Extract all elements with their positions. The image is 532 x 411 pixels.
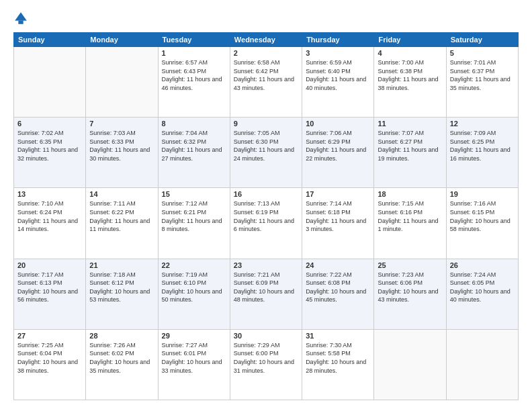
calendar-cell: 23Sunrise: 7:21 AM Sunset: 6:09 PM Dayli… [230, 259, 302, 329]
day-info: Sunrise: 7:16 AM Sunset: 6:15 PM Dayligh… [450, 199, 515, 233]
day-info: Sunrise: 6:59 AM Sunset: 6:40 PM Dayligh… [306, 58, 370, 92]
calendar-cell: 30Sunrise: 7:29 AM Sunset: 6:00 PM Dayli… [230, 329, 302, 400]
day-info: Sunrise: 7:05 AM Sunset: 6:30 PM Dayligh… [234, 129, 298, 163]
day-info: Sunrise: 7:17 AM Sunset: 6:13 PM Dayligh… [17, 271, 82, 304]
calendar-cell: 13Sunrise: 7:10 AM Sunset: 6:24 PM Dayli… [14, 188, 86, 259]
calendar-cell: 9Sunrise: 7:05 AM Sunset: 6:30 PM Daylig… [230, 118, 302, 188]
day-number: 5 [450, 49, 515, 57]
calendar-cell: 17Sunrise: 7:14 AM Sunset: 6:18 PM Dayli… [302, 188, 374, 259]
calendar-cell: 15Sunrise: 7:12 AM Sunset: 6:21 PM Dayli… [158, 188, 230, 259]
calendar-week-row: 1Sunrise: 6:57 AM Sunset: 6:43 PM Daylig… [14, 47, 519, 118]
calendar-cell: 25Sunrise: 7:23 AM Sunset: 6:06 PM Dayli… [374, 259, 446, 329]
weekday-header: Friday [374, 33, 446, 47]
calendar-week-row: 20Sunrise: 7:17 AM Sunset: 6:13 PM Dayli… [14, 259, 519, 329]
header [13, 11, 519, 26]
calendar-cell [86, 47, 158, 118]
day-info: Sunrise: 7:15 AM Sunset: 6:16 PM Dayligh… [378, 199, 442, 233]
calendar-week-row: 27Sunrise: 7:25 AM Sunset: 6:04 PM Dayli… [14, 329, 519, 400]
calendar-cell: 27Sunrise: 7:25 AM Sunset: 6:04 PM Dayli… [14, 329, 86, 400]
calendar-cell: 8Sunrise: 7:04 AM Sunset: 6:32 PM Daylig… [158, 118, 230, 188]
day-info: Sunrise: 7:14 AM Sunset: 6:18 PM Dayligh… [306, 199, 370, 233]
day-number: 8 [162, 120, 226, 128]
day-number: 1 [162, 49, 226, 57]
day-info: Sunrise: 7:09 AM Sunset: 6:25 PM Dayligh… [450, 129, 515, 163]
calendar-cell: 11Sunrise: 7:07 AM Sunset: 6:27 PM Dayli… [374, 118, 446, 188]
day-info: Sunrise: 7:06 AM Sunset: 6:29 PM Dayligh… [306, 129, 370, 163]
weekday-header: Monday [86, 33, 158, 47]
day-number: 10 [306, 120, 370, 128]
calendar-cell [446, 329, 518, 400]
day-info: Sunrise: 7:29 AM Sunset: 6:00 PM Dayligh… [234, 341, 298, 375]
day-number: 21 [89, 261, 154, 269]
calendar-cell: 26Sunrise: 7:24 AM Sunset: 6:05 PM Dayli… [446, 259, 518, 329]
day-info: Sunrise: 7:25 AM Sunset: 6:04 PM Dayligh… [17, 341, 82, 375]
day-info: Sunrise: 7:30 AM Sunset: 5:58 PM Dayligh… [306, 341, 370, 375]
day-info: Sunrise: 7:18 AM Sunset: 6:12 PM Dayligh… [89, 271, 154, 304]
day-info: Sunrise: 7:21 AM Sunset: 6:09 PM Dayligh… [234, 271, 298, 304]
calendar-cell: 20Sunrise: 7:17 AM Sunset: 6:13 PM Dayli… [14, 259, 86, 329]
calendar-cell: 21Sunrise: 7:18 AM Sunset: 6:12 PM Dayli… [86, 259, 158, 329]
calendar-cell [374, 329, 446, 400]
day-info: Sunrise: 7:22 AM Sunset: 6:08 PM Dayligh… [306, 271, 370, 304]
day-number: 12 [450, 120, 515, 128]
day-info: Sunrise: 7:00 AM Sunset: 6:38 PM Dayligh… [378, 58, 442, 92]
day-number: 29 [162, 332, 226, 340]
day-number: 6 [17, 120, 82, 128]
day-info: Sunrise: 7:11 AM Sunset: 6:22 PM Dayligh… [89, 199, 154, 233]
day-number: 15 [162, 190, 226, 198]
day-info: Sunrise: 7:23 AM Sunset: 6:06 PM Dayligh… [378, 271, 442, 304]
day-number: 14 [89, 190, 154, 198]
page: SundayMondayTuesdayWednesdayThursdayFrid… [0, 0, 532, 411]
calendar-cell: 10Sunrise: 7:06 AM Sunset: 6:29 PM Dayli… [302, 118, 374, 188]
logo-icon [13, 11, 28, 26]
day-number: 3 [306, 49, 370, 57]
day-info: Sunrise: 7:24 AM Sunset: 6:05 PM Dayligh… [450, 271, 515, 304]
day-number: 16 [234, 190, 298, 198]
day-number: 22 [162, 261, 226, 269]
day-number: 30 [234, 332, 298, 340]
day-number: 31 [306, 332, 370, 340]
day-info: Sunrise: 7:07 AM Sunset: 6:27 PM Dayligh… [378, 129, 442, 163]
calendar-cell: 6Sunrise: 7:02 AM Sunset: 6:35 PM Daylig… [14, 118, 86, 188]
weekday-header: Tuesday [158, 33, 230, 47]
calendar-cell: 31Sunrise: 7:30 AM Sunset: 5:58 PM Dayli… [302, 329, 374, 400]
calendar-cell: 12Sunrise: 7:09 AM Sunset: 6:25 PM Dayli… [446, 118, 518, 188]
day-number: 9 [234, 120, 298, 128]
calendar-cell: 24Sunrise: 7:22 AM Sunset: 6:08 PM Dayli… [302, 259, 374, 329]
calendar-cell: 7Sunrise: 7:03 AM Sunset: 6:33 PM Daylig… [86, 118, 158, 188]
day-info: Sunrise: 6:57 AM Sunset: 6:43 PM Dayligh… [162, 58, 226, 92]
calendar-cell [14, 47, 86, 118]
day-number: 27 [17, 332, 82, 340]
logo [13, 11, 30, 26]
day-info: Sunrise: 7:27 AM Sunset: 6:01 PM Dayligh… [162, 341, 226, 375]
svg-rect-1 [18, 21, 23, 24]
day-info: Sunrise: 6:58 AM Sunset: 6:42 PM Dayligh… [234, 58, 298, 92]
day-number: 26 [450, 261, 515, 269]
weekday-header: Thursday [302, 33, 374, 47]
day-number: 11 [378, 120, 442, 128]
day-number: 13 [17, 190, 82, 198]
weekday-header: Saturday [446, 33, 518, 47]
calendar-week-row: 13Sunrise: 7:10 AM Sunset: 6:24 PM Dayli… [14, 188, 519, 259]
calendar-week-row: 6Sunrise: 7:02 AM Sunset: 6:35 PM Daylig… [14, 118, 519, 188]
day-number: 2 [234, 49, 298, 57]
weekday-header: Sunday [14, 33, 86, 47]
day-number: 24 [306, 261, 370, 269]
calendar-cell: 22Sunrise: 7:19 AM Sunset: 6:10 PM Dayli… [158, 259, 230, 329]
calendar-cell: 14Sunrise: 7:11 AM Sunset: 6:22 PM Dayli… [86, 188, 158, 259]
day-info: Sunrise: 7:03 AM Sunset: 6:33 PM Dayligh… [89, 129, 154, 163]
day-info: Sunrise: 7:12 AM Sunset: 6:21 PM Dayligh… [162, 199, 226, 233]
calendar-cell: 2Sunrise: 6:58 AM Sunset: 6:42 PM Daylig… [230, 47, 302, 118]
day-number: 28 [89, 332, 154, 340]
calendar-cell: 3Sunrise: 6:59 AM Sunset: 6:40 PM Daylig… [302, 47, 374, 118]
calendar-cell: 4Sunrise: 7:00 AM Sunset: 6:38 PM Daylig… [374, 47, 446, 118]
day-info: Sunrise: 7:19 AM Sunset: 6:10 PM Dayligh… [162, 271, 226, 304]
day-info: Sunrise: 7:10 AM Sunset: 6:24 PM Dayligh… [17, 199, 82, 233]
calendar-cell: 28Sunrise: 7:26 AM Sunset: 6:02 PM Dayli… [86, 329, 158, 400]
weekday-header: Wednesday [230, 33, 302, 47]
day-number: 4 [378, 49, 442, 57]
day-number: 7 [89, 120, 154, 128]
svg-marker-0 [15, 12, 27, 20]
day-info: Sunrise: 7:13 AM Sunset: 6:19 PM Dayligh… [234, 199, 298, 233]
day-number: 25 [378, 261, 442, 269]
